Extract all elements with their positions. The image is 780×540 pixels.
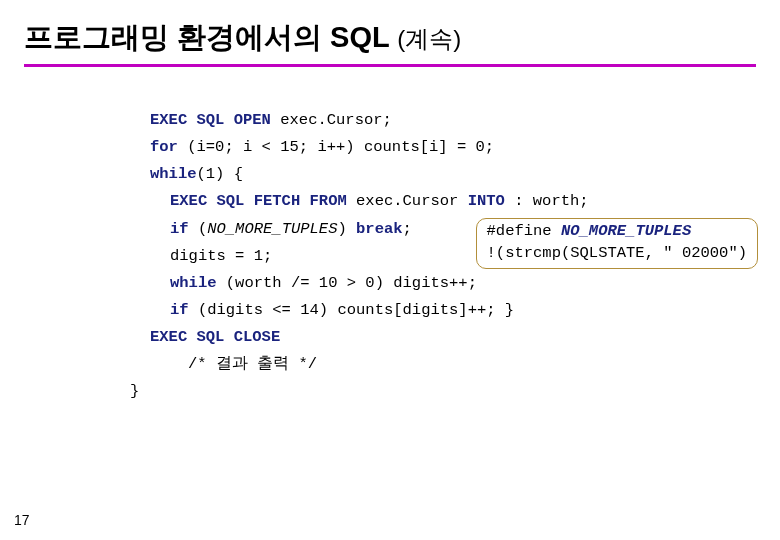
code-line: EXEC SQL OPEN exec.Cursor;: [150, 107, 756, 134]
code-line: EXEC SQL CLOSE: [150, 324, 756, 351]
title-main: 프로그래밍 환경에서의 SQL: [24, 21, 397, 53]
macro-callout: #define NO_MORE_TUPLES !(strcmp(SQLSTATE…: [476, 218, 758, 269]
comment-text: /* 결과 출력 */: [188, 355, 317, 373]
code-text: (1) {: [197, 165, 244, 183]
code-line: /* 결과 출력 */: [150, 351, 756, 378]
code-text: (i=0; i < 15; i++) counts[i] = 0;: [178, 138, 494, 156]
callout-text: #define: [487, 222, 561, 240]
keyword: while: [170, 274, 217, 292]
code-line: EXEC SQL FETCH FROM exec.Cursor INTO : w…: [150, 188, 756, 215]
keyword: if: [170, 220, 189, 238]
keyword: EXEC SQL FETCH FROM: [170, 192, 347, 210]
macro-name: NO_MORE_TUPLES: [561, 222, 691, 240]
code-line: if (digits <= 14) counts[digits]++; }: [150, 297, 756, 324]
code-text: (worth /= 10 > 0) digits++;: [217, 274, 477, 292]
callout-text: !(strcmp(SQLSTATE, " 02000"): [487, 244, 747, 262]
keyword: if: [170, 301, 189, 319]
macro-name: NO_MORE_TUPLES: [207, 220, 337, 238]
code-text: exec.Cursor: [347, 192, 468, 210]
code-text: (: [189, 220, 208, 238]
keyword: while: [150, 165, 197, 183]
code-text: exec.Cursor;: [271, 111, 392, 129]
code-text: digits = 1;: [170, 247, 272, 265]
slide: 프로그래밍 환경에서의 SQL (계속) EXEC SQL OPEN exec.…: [0, 0, 780, 540]
title-continuation: (계속): [397, 25, 461, 52]
closing-brace: }: [130, 382, 756, 400]
code-text: (digits <= 14) counts[digits]++; }: [189, 301, 515, 319]
code-line: for (i=0; i < 15; i++) counts[i] = 0;: [150, 134, 756, 161]
code-text: : worth;: [505, 192, 589, 210]
keyword: EXEC SQL CLOSE: [150, 328, 280, 346]
keyword: EXEC SQL OPEN: [150, 111, 271, 129]
code-line: while(1) {: [150, 161, 756, 188]
code-text: ): [337, 220, 356, 238]
keyword: break: [356, 220, 403, 238]
keyword: for: [150, 138, 178, 156]
keyword: INTO: [468, 192, 505, 210]
code-block: EXEC SQL OPEN exec.Cursor; for (i=0; i <…: [150, 107, 756, 378]
page-number: 17: [14, 512, 30, 528]
code-text: ;: [403, 220, 412, 238]
code-line: while (worth /= 10 > 0) digits++;: [150, 270, 756, 297]
slide-title: 프로그래밍 환경에서의 SQL (계속): [24, 18, 756, 67]
